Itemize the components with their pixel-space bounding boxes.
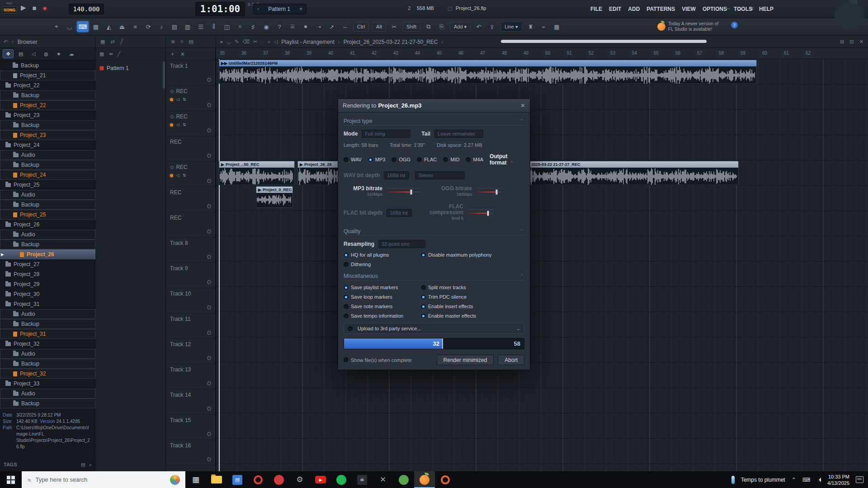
playlist-canvas[interactable]: ▶▶UntitledMar212025146PM▶Project_..50_RE… [216,59,868,471]
audition-icon[interactable]: ◁ [28,49,39,58]
arm-record-dot[interactable] [207,78,211,82]
taskbar-app-gray-app[interactable]: ✕ [373,471,393,488]
quality-dithering[interactable]: Dithering [344,262,421,267]
tree-item-project-32[interactable]: Project_32 [0,339,95,349]
misc-save-loop-markers[interactable]: Save loop markers [344,294,421,300]
arm-record-dot[interactable] [207,255,211,259]
pattern-plus-button[interactable]: + [299,6,302,12]
track-header-rec[interactable]: REC [166,212,215,238]
audio-clip-2025-03-22-21-27-27-rec[interactable]: 2025-03-22 21-27-27_REC [529,161,739,185]
tree-item-project-24[interactable]: Project_24 [0,140,95,150]
menu-view[interactable]: VIEW [682,6,696,12]
stack-arrows-icon[interactable]: ⇅ [183,97,186,102]
track-add-icon[interactable]: ⊕ [171,39,175,45]
flac-bit-depth-select[interactable]: 16Bit int [387,209,412,217]
tree-item-project-27[interactable]: Project_27 [0,259,95,269]
render-dialog-titlebar[interactable]: Rendering to Project_26.mp3 ✕ [338,99,530,113]
tree-item-project-30[interactable]: Project_30 [0,289,95,299]
track-header-track-14[interactable]: Track 14 [166,389,215,415]
step-edit-icon[interactable]: ▦ [90,21,102,32]
start-button[interactable] [0,471,22,488]
channel-rack-icon[interactable]: ☰ [195,21,207,32]
arm-record-dot[interactable] [207,381,211,385]
arm-record-dot[interactable] [207,432,211,436]
notification-badge[interactable]: 2 [731,22,738,28]
format-radio[interactable] [392,157,396,162]
tray-expand-icon[interactable]: ⌃ [792,477,796,483]
arm-record-dot[interactable] [207,331,211,335]
tree-item-backup[interactable]: Backup [0,319,95,329]
favorites-icon[interactable]: ★ [53,49,64,58]
audio-clip-project-0-rec[interactable]: ▶Project_0_REC [256,186,293,208]
tree-item-backup[interactable]: Backup [0,239,95,249]
time-display[interactable]: 1:01:00 [195,2,245,16]
tree-item-project-32[interactable]: Project_32 [0,369,95,379]
format-option-mid[interactable]: MID [443,157,459,162]
track-header-track-1[interactable]: Track 1 [166,61,215,86]
pointer-icon[interactable]: ⌖ [51,21,62,32]
option-radio[interactable] [344,253,349,258]
playhead[interactable] [219,59,220,471]
taskbar-app-task-view[interactable]: ▦ [185,471,206,488]
arm-record-dot[interactable] [207,128,211,132]
option-radio[interactable] [344,285,349,290]
playlist-zoom-icon[interactable]: ⌕ [268,39,270,45]
playlist-menu-icon[interactable]: ▸ [221,39,223,45]
browser-back-icon[interactable]: ↶ [4,39,8,45]
record-button[interactable]: ● [43,4,47,12]
mp3-bitrate-slider[interactable] [388,189,420,194]
pattern-selector-label[interactable]: Pattern 1 [262,6,297,12]
pattern-panel-line-icon[interactable]: ╱ [118,51,121,57]
undo-icon[interactable]: ↶ [473,21,485,32]
option-radio[interactable] [421,295,426,300]
arm-record-dot[interactable] [207,154,211,158]
help-icon[interactable]: ? [274,21,285,32]
collapse-icon[interactable]: ⌃ [520,117,524,126]
arm-record-dot[interactable] [207,356,211,360]
playlist-mute-icon[interactable]: ◌ [261,39,264,45]
tree-item-backup[interactable]: Backup [0,399,95,408]
piano-roll-icon[interactable]: ▥ [182,21,193,32]
browser-up-icon[interactable]: ↑ [11,39,14,45]
arm-record-dot[interactable] [207,407,211,411]
ogg-bitrate-slider[interactable] [477,189,503,194]
quantize-icon[interactable]: ⌁ [538,21,550,32]
format-option-wav[interactable]: WAV [344,157,362,162]
ctrl-button[interactable]: Ctrl [353,22,369,32]
delete-track-icon[interactable]: ✕ [180,51,185,57]
alt-button[interactable]: Alt [372,22,386,32]
pattern-grid-icon[interactable]: ▦ [100,39,105,45]
menu-options[interactable]: OPTIONS [703,6,727,12]
tree-item-project-33[interactable]: Project_33 [0,379,95,389]
tags-search-icon[interactable]: ⌕ [89,462,92,468]
abort-button[interactable]: Abort [498,355,524,365]
tree-item-backup[interactable]: Backup [0,359,95,369]
track-header-rec[interactable]: REC [166,136,215,162]
record-source-icon[interactable] [170,98,173,101]
track-header-track-9[interactable]: Track 9 [166,263,215,288]
tree-item-project-22[interactable]: Project_22 [0,100,95,110]
playlist-minimize-icon[interactable]: ⊟ [840,39,844,45]
menu-edit[interactable]: EDIT [609,6,621,12]
misc-enable-master-effects[interactable]: Enable master effects [421,313,476,319]
option-radio[interactable] [344,262,349,267]
volume-icon[interactable] [816,478,821,482]
center-playhead-icon[interactable]: ⌸ [287,21,298,32]
play-marker-icon[interactable]: ➝ [313,21,325,32]
one-click-record-icon[interactable]: ⏺ [300,21,311,32]
tree-item-audio[interactable]: Audio [0,150,95,160]
track-header-track-10[interactable]: Track 10 [166,288,215,314]
monitor-icon[interactable]: ◁ [176,97,179,102]
arm-record-dot[interactable] [207,305,211,310]
playlist-cut-icon[interactable]: ✂ [253,39,257,45]
tags-folder-icon[interactable]: ▤ [80,462,85,468]
song-label[interactable]: SONG [2,6,17,14]
option-radio[interactable] [344,304,349,309]
paste-icon[interactable]: ⎘ [436,21,448,32]
keyboard-icon[interactable]: ▦ [551,21,563,32]
flac-compression-slider[interactable] [469,210,494,216]
stack-arrows-icon[interactable]: ⇅ [183,122,186,127]
tree-item-backup[interactable]: Backup [0,61,95,70]
mode-select[interactable]: Full song [362,130,410,138]
taskbar-app-settings[interactable]: ⚙ [289,471,310,488]
